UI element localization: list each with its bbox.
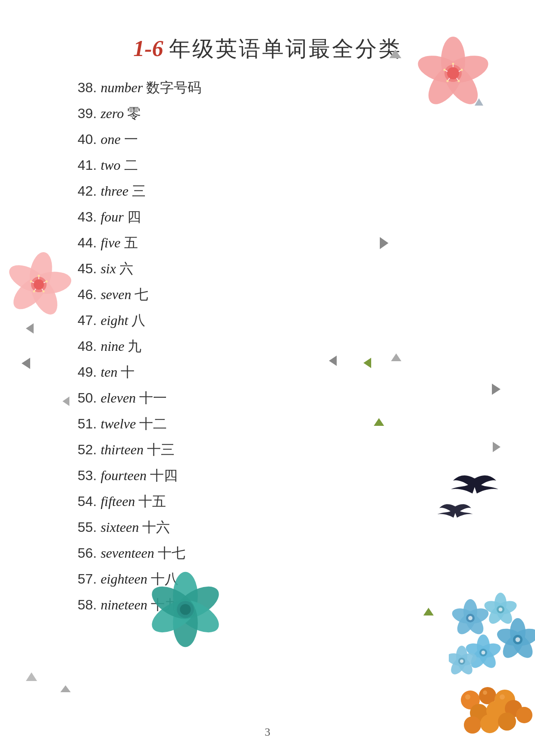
svg-point-90 bbox=[500, 694, 505, 700]
word-english: nineteen bbox=[100, 597, 147, 612]
title-text: 年级英语单词最全分类 bbox=[169, 37, 402, 61]
svg-point-89 bbox=[483, 690, 487, 695]
decoration-triangle-10 bbox=[22, 358, 30, 369]
word-english: two bbox=[100, 157, 120, 173]
word-english: twelve bbox=[100, 416, 136, 431]
blue-flowers-bottom-right bbox=[449, 592, 535, 678]
list-item: 52. thirteen十三 bbox=[78, 443, 535, 456]
decoration-triangle-12 bbox=[26, 672, 37, 681]
word-english: eleven bbox=[100, 390, 136, 406]
decoration-triangle-11 bbox=[63, 397, 69, 406]
word-chinese: 七 bbox=[135, 287, 148, 302]
list-item: 41. two二 bbox=[78, 158, 535, 172]
svg-point-24 bbox=[34, 279, 44, 290]
word-chinese: 二 bbox=[124, 157, 138, 173]
decoration-triangle-1 bbox=[389, 50, 401, 58]
word-number: 45. bbox=[78, 261, 97, 276]
word-number: 49. bbox=[78, 364, 97, 380]
word-number: 54. bbox=[78, 494, 97, 509]
word-chinese: 十六 bbox=[142, 519, 170, 535]
list-item: 50. eleven十一 bbox=[78, 391, 535, 405]
word-chinese: 八 bbox=[131, 312, 145, 328]
word-english: four bbox=[100, 209, 123, 225]
svg-point-34 bbox=[30, 281, 32, 283]
word-chinese: 九 bbox=[128, 338, 141, 354]
svg-point-63 bbox=[516, 637, 520, 642]
list-item: 43. four四 bbox=[78, 210, 535, 224]
swallow-bird-small bbox=[436, 500, 475, 526]
word-english: six bbox=[100, 261, 116, 276]
svg-point-15 bbox=[447, 80, 449, 82]
word-number: 55. bbox=[78, 519, 97, 535]
svg-point-87 bbox=[516, 707, 532, 723]
word-english: number bbox=[100, 80, 143, 95]
svg-point-33 bbox=[33, 291, 35, 293]
list-item: 42. three三 bbox=[78, 184, 535, 198]
word-number: 53. bbox=[78, 468, 97, 483]
svg-point-49 bbox=[468, 616, 472, 620]
decoration-triangle-13 bbox=[60, 685, 71, 692]
sakura-flower-top-right bbox=[414, 34, 492, 112]
svg-point-12 bbox=[452, 63, 454, 65]
title-number: 1-6 bbox=[133, 36, 163, 61]
decoration-triangle-3 bbox=[363, 358, 371, 368]
word-chinese: 十七 bbox=[158, 545, 185, 561]
decoration-triangle-7 bbox=[374, 418, 384, 426]
list-item: 51. twelve十二 bbox=[78, 417, 535, 431]
svg-point-32 bbox=[43, 291, 45, 293]
svg-point-56 bbox=[499, 608, 503, 612]
word-number: 38. bbox=[78, 80, 97, 95]
decoration-triangle-6 bbox=[492, 384, 501, 395]
word-english: thirteen bbox=[100, 442, 144, 457]
word-english: seventeen bbox=[100, 545, 154, 561]
word-number: 41. bbox=[78, 157, 97, 173]
word-english: ten bbox=[100, 364, 117, 380]
word-english: nine bbox=[100, 338, 124, 354]
svg-point-16 bbox=[444, 69, 446, 71]
word-english: fifteen bbox=[100, 494, 135, 509]
decoration-triangle-9 bbox=[26, 323, 34, 334]
word-chinese: 四 bbox=[127, 209, 141, 225]
word-chinese: 十四 bbox=[150, 468, 178, 483]
list-item: 56. seventeen十七 bbox=[78, 546, 535, 560]
word-number: 39. bbox=[78, 106, 97, 121]
swallow-bird-large bbox=[449, 470, 501, 504]
svg-point-31 bbox=[46, 281, 48, 283]
word-english: seven bbox=[100, 287, 131, 302]
word-number: 48. bbox=[78, 338, 97, 354]
list-item: 47. eight八 bbox=[78, 313, 535, 327]
word-number: 52. bbox=[78, 442, 97, 457]
sakura-flower-left bbox=[4, 250, 73, 319]
teal-flower-bottom bbox=[147, 571, 224, 648]
list-item: 40. one一 bbox=[78, 132, 535, 146]
word-english: one bbox=[100, 131, 120, 147]
word-english: eight bbox=[100, 312, 128, 328]
page-number: 3 bbox=[0, 726, 535, 739]
decoration-triangle-2 bbox=[380, 237, 388, 249]
list-item: 45. six六 bbox=[78, 262, 535, 275]
list-item: 46. seven七 bbox=[78, 287, 535, 301]
word-number: 44. bbox=[78, 235, 97, 250]
decoration-triangle-5 bbox=[391, 353, 401, 361]
svg-point-88 bbox=[465, 694, 470, 700]
word-list: 38. number数字号码39. zero零40. one一41. two二4… bbox=[78, 81, 535, 612]
svg-point-14 bbox=[458, 80, 460, 82]
word-chinese: 六 bbox=[119, 261, 133, 276]
word-english: three bbox=[100, 183, 128, 199]
svg-point-6 bbox=[447, 67, 459, 79]
svg-point-77 bbox=[460, 659, 463, 663]
word-chinese: 十 bbox=[121, 364, 135, 380]
svg-point-30 bbox=[38, 275, 40, 277]
word-chinese: 三 bbox=[132, 183, 146, 199]
word-chinese: 十一 bbox=[139, 390, 167, 406]
word-chinese: 十二 bbox=[139, 416, 167, 431]
word-english: five bbox=[100, 235, 120, 250]
word-number: 50. bbox=[78, 390, 97, 406]
decoration-triangle-8 bbox=[493, 442, 501, 452]
word-number: 42. bbox=[78, 183, 97, 199]
list-item: 44. five五 bbox=[78, 236, 535, 250]
word-number: 56. bbox=[78, 545, 97, 561]
word-number: 47. bbox=[78, 312, 97, 328]
decoration-triangle-15 bbox=[423, 608, 434, 615]
word-number: 57. bbox=[78, 571, 97, 587]
